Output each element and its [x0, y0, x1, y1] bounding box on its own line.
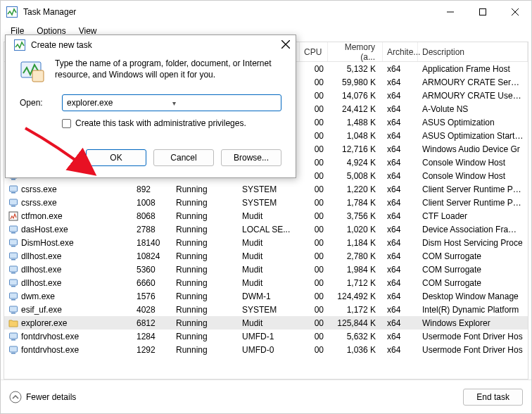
- task-manager-icon: [14, 39, 25, 51]
- footer: Fewer details End task: [1, 380, 531, 413]
- proc-cpu: 00: [300, 118, 328, 127]
- col-memory[interactable]: Memory (a...: [328, 42, 383, 61]
- col-arch[interactable]: Archite...: [383, 42, 418, 61]
- svg-rect-32: [10, 253, 18, 258]
- browse-button[interactable]: Browse...: [221, 149, 281, 166]
- proc-desc: A-Volute NS: [418, 104, 528, 114]
- cancel-button[interactable]: Cancel: [153, 149, 214, 166]
- svg-rect-27: [9, 212, 18, 220]
- table-row[interactable]: fontdrvhost.exe1292RunningUMFD-0001,036 …: [4, 343, 528, 356]
- end-task-button[interactable]: End task: [463, 389, 523, 406]
- ok-button[interactable]: OK: [86, 149, 146, 166]
- proc-mem: 125,844 K: [328, 318, 383, 328]
- table-row[interactable]: ctfmon.exe8068RunningMudit003,756 Kx64CT…: [4, 209, 528, 222]
- proc-desc: Windows Audio Device Gr: [418, 144, 528, 154]
- proc-pid: 1284: [132, 332, 172, 341]
- proc-user: DWM-1: [238, 291, 300, 301]
- table-row[interactable]: fontdrvhost.exe1284RunningUMFD-1005,632 …: [4, 330, 528, 343]
- table-row[interactable]: dwm.exe1576RunningDWM-100124,492 Kx64Des…: [4, 289, 528, 303]
- svg-rect-42: [10, 333, 18, 339]
- close-button[interactable]: [499, 1, 531, 23]
- proc-cpu: 00: [300, 184, 328, 194]
- table-row[interactable]: dllhost.exe6660RunningMudit001,712 Kx64C…: [4, 276, 528, 289]
- svg-rect-37: [11, 286, 15, 287]
- window-title: Task Manager: [23, 7, 434, 17]
- proc-pid: 2788: [132, 225, 172, 234]
- table-row[interactable]: csrss.exe892RunningSYSTEM001,220 Kx64Cli…: [4, 182, 528, 196]
- table-row[interactable]: DismHost.exe18140RunningMudit001,184 Kx6…: [4, 236, 528, 249]
- minimize-button[interactable]: [434, 1, 467, 23]
- col-desc[interactable]: Description: [418, 42, 528, 61]
- close-icon: [281, 40, 290, 49]
- proc-desc: Console Window Host: [418, 158, 528, 168]
- proc-mem: 1,184 K: [328, 238, 383, 248]
- proc-name: ctfmon.exe: [21, 211, 63, 221]
- table-row[interactable]: dllhost.exe5360RunningMudit001,984 Kx64C…: [4, 263, 528, 276]
- proc-mem: 14,076 K: [328, 91, 383, 101]
- svg-rect-22: [11, 179, 15, 180]
- proc-name: fontdrvhost.exe: [21, 345, 79, 355]
- svg-rect-31: [11, 246, 15, 247]
- svg-rect-39: [11, 299, 15, 301]
- proc-name: dllhost.exe: [21, 251, 61, 261]
- proc-desc: Windows Explorer: [418, 318, 528, 328]
- proc-status: Running: [172, 318, 238, 328]
- proc-status: Running: [172, 238, 238, 248]
- svg-rect-2: [480, 9, 486, 15]
- proc-desc: Client Server Runtime Proc: [418, 198, 528, 208]
- admin-checkbox[interactable]: [62, 119, 71, 128]
- proc-name: explorer.exe: [21, 318, 67, 328]
- proc-mem: 1,048 K: [328, 131, 383, 141]
- open-combobox[interactable]: explorer.exe ▾: [62, 94, 281, 111]
- table-row[interactable]: esif_uf.exe4028RunningSYSTEM001,172 Kx64…: [4, 303, 528, 316]
- proc-mem: 5,132 K: [328, 64, 383, 74]
- proc-desc: Client Server Runtime Proc: [418, 184, 528, 194]
- titlebar: Task Manager: [1, 1, 531, 23]
- open-value: explorer.exe: [67, 98, 172, 108]
- proc-cpu: 00: [300, 131, 328, 141]
- proc-desc: Intel(R) Dynamic Platform: [418, 305, 528, 315]
- proc-cpu: 00: [300, 332, 328, 341]
- proc-desc: Desktop Window Manage: [418, 291, 528, 301]
- proc-desc: ASUS Optimization: [418, 118, 528, 127]
- table-row[interactable]: explorer.exe6812RunningMudit00125,844 Kx…: [4, 316, 528, 330]
- proc-arch: x64: [383, 318, 418, 328]
- proc-user: UMFD-0: [238, 345, 300, 355]
- fewer-details-button[interactable]: Fewer details: [9, 391, 76, 403]
- open-label: Open:: [20, 98, 53, 108]
- table-row[interactable]: dllhost.exe10824RunningMudit002,780 Kx64…: [4, 249, 528, 263]
- proc-mem: 24,412 K: [328, 104, 383, 114]
- proc-cpu: 00: [300, 238, 328, 248]
- proc-arch: x64: [383, 305, 418, 315]
- dialog-close-button[interactable]: [281, 40, 290, 51]
- svg-rect-24: [11, 192, 15, 194]
- proc-desc: Console Window Host: [418, 171, 528, 181]
- svg-rect-43: [11, 339, 15, 341]
- proc-cpu: 00: [300, 225, 328, 234]
- proc-cpu: 00: [300, 251, 328, 261]
- proc-desc: ASUS Optimization Startup: [418, 131, 528, 141]
- proc-mem: 3,756 K: [328, 211, 383, 221]
- proc-status: Running: [172, 305, 238, 315]
- fewer-details-label: Fewer details: [26, 392, 76, 402]
- proc-desc: COM Surrogate: [418, 278, 528, 288]
- proc-cpu: 00: [300, 158, 328, 168]
- table-row[interactable]: csrss.exe1008RunningSYSTEM001,784 Kx64Cl…: [4, 196, 528, 209]
- proc-pid: 892: [132, 184, 172, 194]
- proc-mem: 2,780 K: [328, 251, 383, 261]
- proc-mem: 1,784 K: [328, 198, 383, 208]
- maximize-button[interactable]: [467, 1, 499, 23]
- svg-rect-34: [10, 266, 18, 272]
- proc-arch: x64: [383, 225, 418, 234]
- proc-arch: x64: [383, 77, 418, 87]
- table-row[interactable]: dasHost.exe2788RunningLOCAL SE...001,020…: [4, 222, 528, 236]
- chevron-down-icon: ▾: [172, 99, 278, 107]
- proc-mem: 1,984 K: [328, 265, 383, 275]
- proc-arch: x64: [383, 104, 418, 114]
- svg-rect-45: [11, 353, 15, 354]
- dialog-description: Type the name of a program, folder, docu…: [55, 58, 281, 80]
- proc-name: dllhost.exe: [21, 265, 61, 275]
- proc-status: Running: [172, 332, 238, 341]
- proc-arch: x64: [383, 251, 418, 261]
- col-cpu[interactable]: CPU: [300, 42, 328, 61]
